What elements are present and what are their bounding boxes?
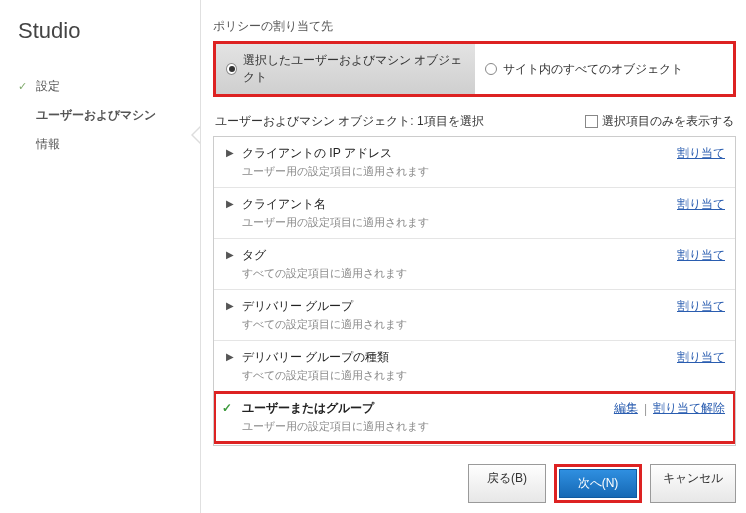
back-button[interactable]: 戻る(B) <box>468 464 546 503</box>
list-row-user-or-group[interactable]: ✓ ユーザーまたはグループ ユーザー用の設定項目に適用されます 編集 | 割り当… <box>214 392 735 443</box>
row-title: ユーザーまたはグループ <box>242 400 614 417</box>
unassign-link[interactable]: 割り当て解除 <box>653 400 725 417</box>
edit-link[interactable]: 編集 <box>614 400 638 417</box>
row-title: クライアントの IP アドレス <box>242 145 677 162</box>
list-row-delivery-group[interactable]: ▶ デリバリー グループ すべての設定項目に適用されます 割り当て <box>214 290 735 341</box>
row-subtitle: すべての設定項目に適用されます <box>242 317 677 332</box>
radio-label: サイト内のすべてのオブジェクト <box>503 61 683 78</box>
chevron-right-icon: ▶ <box>226 351 234 362</box>
row-subtitle: ユーザー用の設定項目に適用されます <box>242 215 677 230</box>
list-row-client-ip[interactable]: ▶ クライアントの IP アドレス ユーザー用の設定項目に適用されます 割り当て <box>214 137 735 188</box>
assign-link[interactable]: 割り当て <box>677 247 725 264</box>
list-header: ユーザーおよびマシン オブジェクト: 1項目を選択 選択項目のみを表示する <box>213 113 736 130</box>
show-selected-only-checkbox[interactable]: 選択項目のみを表示する <box>585 113 734 130</box>
check-icon: ✓ <box>18 80 30 93</box>
chevron-right-icon: ▶ <box>226 147 234 158</box>
row-title: タグ <box>242 247 677 264</box>
main-panel: ポリシーの割り当て先 選択したユーザーおよびマシン オブジェクト サイト内のすべ… <box>200 0 746 513</box>
row-subtitle: すべての設定項目に適用されます <box>242 368 677 383</box>
button-label: 戻る(B) <box>487 471 527 485</box>
cancel-button[interactable]: キャンセル <box>650 464 736 503</box>
chevron-right-icon: ▶ <box>226 300 234 311</box>
sidebar-item-info[interactable]: 情報 <box>18 134 200 155</box>
row-subtitle: ユーザー用の設定項目に適用されます <box>242 164 677 179</box>
button-label: キャンセル <box>663 471 723 485</box>
chevron-right-icon: ▶ <box>226 249 234 260</box>
radio-selected-objects[interactable]: 選択したユーザーおよびマシン オブジェクト <box>216 44 475 94</box>
sidebar-item-label: 情報 <box>36 136 60 153</box>
list-row-delivery-group-type[interactable]: ▶ デリバリー グループの種類 すべての設定項目に適用されます 割り当て <box>214 341 735 392</box>
list-title: ユーザーおよびマシン オブジェクト: 1項目を選択 <box>215 113 484 130</box>
radio-off-icon <box>485 63 497 75</box>
list-row-tag[interactable]: ▶ タグ すべての設定項目に適用されます 割り当て <box>214 239 735 290</box>
radio-on-icon <box>226 63 237 75</box>
assign-link[interactable]: 割り当て <box>677 196 725 213</box>
checkbox-label: 選択項目のみを表示する <box>602 113 734 130</box>
list-row-ou[interactable]: ▶ 組織単位 (OU) すべての設定項目に適用されます 割り当て <box>214 443 735 446</box>
sidebar: Studio ✓ 設定 ユーザーおよびマシン 情報 <box>0 0 200 513</box>
row-title: デリバリー グループの種類 <box>242 349 677 366</box>
assignment-scope-radio-group: 選択したユーザーおよびマシン オブジェクト サイト内のすべてのオブジェクト <box>213 41 736 97</box>
sidebar-item-label: 設定 <box>36 78 60 95</box>
sidebar-nav: ✓ 設定 ユーザーおよびマシン 情報 <box>18 76 200 155</box>
assign-link[interactable]: 割り当て <box>677 298 725 315</box>
button-label: 次へ(N) <box>578 476 619 490</box>
radio-all-objects[interactable]: サイト内のすべてのオブジェクト <box>475 44 734 94</box>
next-button-highlight: 次へ(N) <box>554 464 642 503</box>
object-list[interactable]: ▶ クライアントの IP アドレス ユーザー用の設定項目に適用されます 割り当て… <box>213 136 736 446</box>
app-title: Studio <box>18 18 200 44</box>
list-row-client-name[interactable]: ▶ クライアント名 ユーザー用の設定項目に適用されます 割り当て <box>214 188 735 239</box>
sidebar-item-users-machines[interactable]: ユーザーおよびマシン <box>18 105 200 126</box>
chevron-right-icon: ▶ <box>226 198 234 209</box>
row-title: デリバリー グループ <box>242 298 677 315</box>
row-subtitle: すべての設定項目に適用されます <box>242 266 677 281</box>
assign-link[interactable]: 割り当て <box>677 145 725 162</box>
next-button[interactable]: 次へ(N) <box>559 469 637 498</box>
checkbox-icon <box>585 115 598 128</box>
row-title: クライアント名 <box>242 196 677 213</box>
section-title: ポリシーの割り当て先 <box>213 18 736 35</box>
check-icon: ✓ <box>222 401 232 415</box>
sidebar-item-settings[interactable]: ✓ 設定 <box>18 76 200 97</box>
radio-label: 選択したユーザーおよびマシン オブジェクト <box>243 52 464 86</box>
row-subtitle: ユーザー用の設定項目に適用されます <box>242 419 614 434</box>
wizard-footer: 戻る(B) 次へ(N) キャンセル <box>213 452 736 503</box>
separator: | <box>644 402 647 416</box>
sidebar-item-label: ユーザーおよびマシン <box>36 107 156 124</box>
assign-link[interactable]: 割り当て <box>677 349 725 366</box>
